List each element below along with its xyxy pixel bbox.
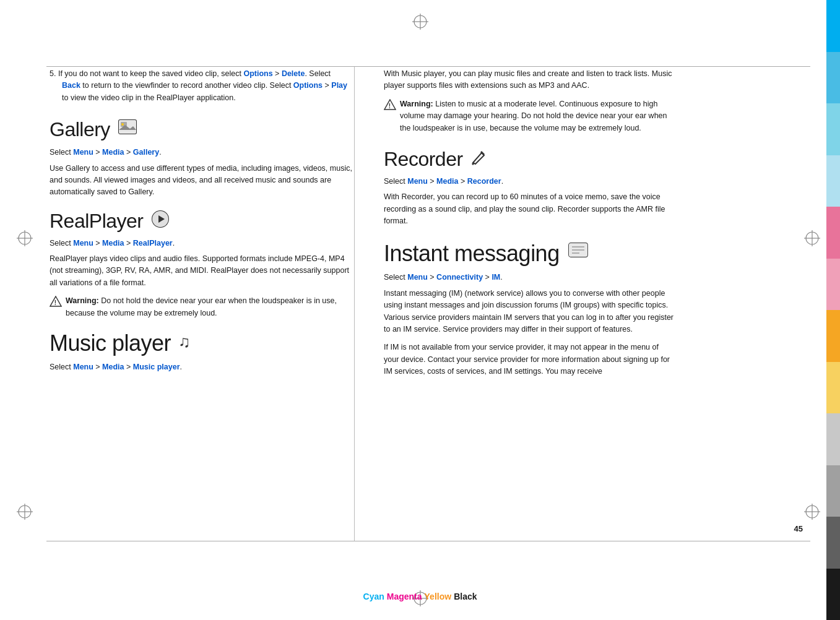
color-tab-cyan [826, 0, 840, 52]
color-tab-ltblue2 [826, 155, 840, 207]
color-cyan-label: Cyan [363, 592, 384, 601]
warning-triangle-icon: ! [50, 296, 62, 309]
step-5-back-link[interactable]: Back [62, 81, 80, 90]
recorder-menu-path: Select Menu > Media > Recorder. [384, 176, 675, 187]
music-player-menu-path: Select Menu > Media > Music player. [50, 361, 353, 373]
music-player-menu-link[interactable]: Menu [73, 363, 93, 371]
im-description1: Instant messaging (IM) (network service)… [384, 288, 675, 336]
im-im-link[interactable]: IM [491, 273, 500, 282]
color-tab-darkgray [826, 517, 840, 569]
recorder-media-link[interactable]: Media [436, 177, 458, 186]
right-column: With Music player, you can play music fi… [371, 68, 675, 540]
step-5-number: 5. [50, 69, 58, 78]
reg-mark-left-bot [15, 502, 34, 521]
recorder-header: Recorder [384, 148, 675, 171]
im-menu-link[interactable]: Menu [407, 273, 428, 282]
warning-triangle-icon-2: ! [384, 99, 396, 112]
im-menu-path: Select Menu > Connectivity > IM. [384, 272, 675, 283]
page-number: 45 [794, 524, 803, 533]
color-tab-pink2 [826, 259, 840, 311]
realplayer-icon [151, 210, 170, 232]
color-tab-orange [826, 310, 840, 362]
color-tab-pink [826, 207, 840, 259]
gallery-menu-link[interactable]: Menu [73, 148, 93, 157]
realplayer-menu-link[interactable]: Menu [73, 239, 93, 248]
recorder-menu-link[interactable]: Menu [407, 177, 428, 186]
music-player-warning-text: Warning: Listen to music at a moderate l… [400, 98, 675, 134]
svg-text:!: ! [54, 299, 56, 306]
music-player-header: Music player ♫ [50, 330, 353, 356]
color-black-label: Black [454, 592, 477, 601]
music-player-title: Music player [50, 330, 171, 356]
color-tab-ltblue [826, 103, 840, 155]
color-tab-ltgray [826, 413, 840, 465]
h-line-bottom [46, 541, 810, 541]
gallery-header: Gallery [50, 118, 353, 142]
bottom-color-registration: Cyan Magenta Yellow Black [363, 592, 477, 601]
recorder-icon [470, 149, 487, 169]
im-connectivity-link[interactable]: Connectivity [436, 273, 483, 282]
color-yellow-label: Yellow [425, 592, 452, 601]
recorder-title: Recorder [384, 148, 463, 171]
reg-mark-top [411, 12, 430, 31]
color-tab-yellow [826, 362, 840, 414]
svg-text:!: ! [389, 102, 391, 109]
recorder-recorder-link[interactable]: Recorder [467, 177, 501, 186]
step-5-options2-link[interactable]: Options [293, 81, 323, 90]
h-line-top [46, 66, 810, 67]
music-player-description: With Music player, you can play music fi… [384, 68, 675, 92]
realplayer-warning: ! Warning: Do not hold the device near y… [50, 295, 353, 319]
svg-text:♫: ♫ [178, 332, 191, 351]
gallery-icon [118, 118, 137, 142]
realplayer-warning-text: Warning: Do not hold the device near you… [66, 295, 353, 319]
music-player-musicplayer-link[interactable]: Music player [133, 363, 180, 371]
color-tab-cyan2 [826, 52, 840, 104]
gallery-gallery-link[interactable]: Gallery [133, 148, 159, 157]
color-tab-black [826, 569, 840, 621]
color-magenta-label: Magenta [387, 592, 422, 601]
music-player-icon: ♫ [178, 332, 198, 355]
gallery-description: Use Gallery to access and use different … [50, 163, 353, 199]
music-player-warning: ! Warning: Listen to music at a moderate… [384, 98, 675, 134]
step-5-delete-link[interactable]: Delete [282, 69, 305, 78]
im-description2: If IM is not available from your service… [384, 342, 675, 377]
warning-bold-label: Warning: [66, 296, 99, 305]
gallery-menu-path: Select Menu > Media > Gallery. [50, 147, 353, 158]
realplayer-media-link[interactable]: Media [102, 239, 124, 248]
music-player-media-link[interactable]: Media [102, 363, 124, 371]
svg-point-22 [121, 123, 124, 126]
step-5-text: 5. If you do not want to keep the saved … [50, 68, 353, 104]
step-5-play-link[interactable]: Play [331, 81, 347, 90]
page-content: 5. If you do not want to keep the saved … [50, 68, 809, 540]
step-5-options-link[interactable]: Options [243, 69, 272, 78]
warning-bold-label-2: Warning: [400, 100, 433, 108]
realplayer-title: RealPlayer [50, 210, 144, 233]
color-tab-gray [826, 465, 840, 517]
left-column: 5. If you do not want to keep the saved … [50, 68, 353, 540]
gallery-media-link[interactable]: Media [102, 148, 124, 157]
realplayer-realplayer-link[interactable]: RealPlayer [133, 239, 173, 248]
im-header: Instant messaging [384, 241, 675, 267]
gallery-title: Gallery [50, 118, 110, 141]
color-tabs [826, 0, 840, 620]
realplayer-description: RealPlayer plays video clips and audio f… [50, 253, 353, 289]
realplayer-menu-path: Select Menu > Media > RealPlayer. [50, 238, 353, 249]
reg-mark-left-mid [15, 229, 34, 248]
im-title: Instant messaging [384, 241, 560, 267]
realplayer-header: RealPlayer [50, 210, 353, 233]
recorder-description: With Recorder, you can record up to 60 m… [384, 191, 675, 227]
im-icon [568, 243, 589, 265]
